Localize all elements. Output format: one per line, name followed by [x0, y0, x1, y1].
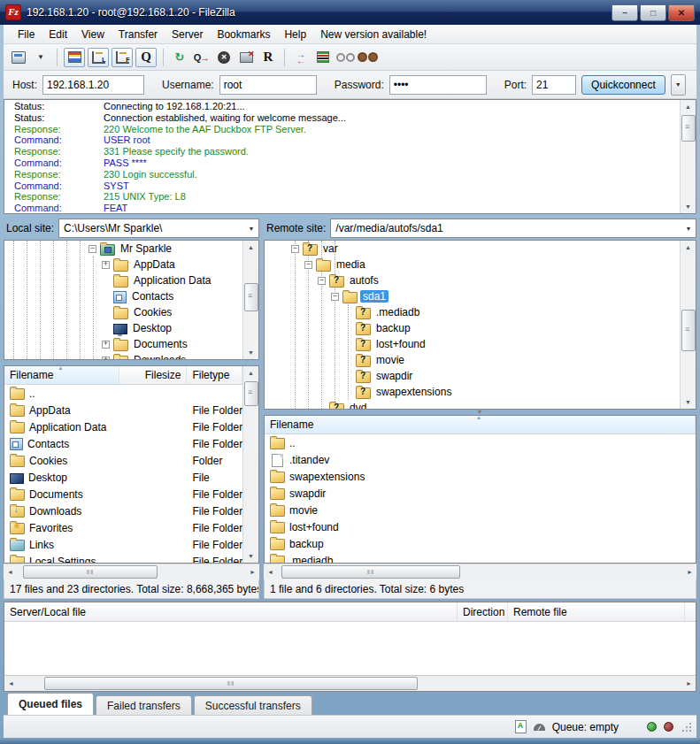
- reconnect-icon[interactable]: R: [258, 49, 278, 66]
- remote-tree-scrollbar[interactable]: ▲ ▼: [680, 241, 696, 409]
- scroll-thumb[interactable]: [244, 381, 258, 406]
- tree-item-downloads[interactable]: +Downloads: [4, 352, 242, 359]
- scroll-down-icon[interactable]: ▼: [681, 395, 696, 409]
- file-row-backup[interactable]: backup: [265, 535, 696, 552]
- file-row-links[interactable]: LinksFile Folder: [4, 536, 242, 553]
- file-row-swapdir[interactable]: swapdir: [265, 485, 696, 502]
- menu-item-server[interactable]: Server: [165, 27, 210, 42]
- menu-item-file[interactable]: File: [11, 27, 42, 42]
- expand-icon[interactable]: +: [102, 341, 110, 349]
- collapse-icon[interactable]: −: [318, 277, 326, 285]
- menu-item-bookmarks[interactable]: Bookmarks: [210, 27, 277, 42]
- scroll-down-icon[interactable]: ▼: [243, 549, 258, 563]
- file-row-lost-found[interactable]: lost+found: [265, 518, 696, 535]
- site-manager-dropdown-icon[interactable]: ▼: [31, 49, 50, 66]
- minimize-button[interactable]: –: [612, 4, 638, 21]
- collapse-icon[interactable]: −: [304, 261, 312, 269]
- tab-failed-transfers[interactable]: Failed transfers: [96, 695, 192, 715]
- refresh-icon[interactable]: ↻: [170, 49, 189, 66]
- maximize-button[interactable]: □: [640, 4, 666, 21]
- collapse-icon[interactable]: −: [291, 245, 299, 253]
- local-column-header-filesize[interactable]: Filesize: [119, 366, 187, 384]
- remote-site-combobox[interactable]: /var/media/autofs/sda1 ▼: [330, 219, 696, 238]
- scroll-thumb[interactable]: [23, 565, 158, 579]
- local-splitter[interactable]: [4, 360, 259, 365]
- menu-item-transfer[interactable]: Transfer: [112, 27, 165, 42]
- remote-column-header-filename[interactable]: Filename▲: [265, 416, 696, 433]
- file-row-application-data[interactable]: Application DataFile Folder: [4, 418, 242, 435]
- local-column-header-filetype[interactable]: Filetype: [187, 366, 242, 384]
- quickconnect-button[interactable]: Quickconnect: [581, 75, 665, 95]
- file-row-documents[interactable]: DocumentsFile Folder: [4, 486, 242, 502]
- local-list-scrollbar[interactable]: ▲ ▼: [242, 366, 258, 563]
- file-row--titandev[interactable]: .titandev: [265, 451, 696, 468]
- password-input[interactable]: [389, 75, 487, 95]
- chevron-down-icon[interactable]: ▼: [244, 219, 258, 237]
- message-log-scrollbar[interactable]: ▲ ▼: [680, 100, 696, 213]
- scroll-thumb[interactable]: [244, 283, 258, 311]
- file-row-downloads[interactable]: DownloadsFile Folder: [4, 502, 242, 519]
- scroll-left-icon[interactable]: ◄: [4, 564, 17, 579]
- collapse-icon[interactable]: −: [331, 293, 339, 301]
- username-input[interactable]: [219, 75, 317, 95]
- toggle-remote-tree-icon[interactable]: [112, 48, 133, 67]
- tree-item-appdata[interactable]: +AppData: [4, 257, 242, 272]
- tree-item-dvd[interactable]: dvd: [265, 400, 680, 409]
- tree-item--mediadb[interactable]: .mediadb: [265, 304, 680, 320]
- collapse-icon[interactable]: −: [88, 245, 96, 253]
- find-files-icon[interactable]: [358, 49, 377, 66]
- local-site-combobox[interactable]: C:\Users\Mr Sparkle\ ▼: [58, 219, 259, 238]
- expand-icon[interactable]: +: [102, 357, 110, 360]
- tree-item-autofs[interactable]: −autofs: [265, 272, 680, 288]
- file-row--[interactable]: ..: [4, 385, 242, 402]
- tree-item-swapdir[interactable]: swapdir: [265, 368, 680, 384]
- file-row-desktop[interactable]: DesktopFile: [4, 469, 242, 486]
- tree-item-var[interactable]: −var: [265, 241, 680, 257]
- scroll-right-icon[interactable]: ►: [246, 564, 259, 579]
- resize-grip[interactable]: [682, 722, 693, 732]
- file-row-movie[interactable]: movie: [265, 502, 696, 518]
- filter-icon[interactable]: [313, 49, 333, 66]
- port-input[interactable]: [532, 75, 576, 95]
- tree-item-lost-found[interactable]: lost+found: [265, 336, 680, 352]
- tree-item-desktop[interactable]: Desktop: [4, 320, 242, 336]
- cancel-icon[interactable]: ✕: [214, 49, 234, 66]
- tree-item-media[interactable]: −media: [265, 257, 680, 272]
- file-row-contacts[interactable]: ContactsFile Folder: [4, 435, 242, 452]
- chevron-down-icon[interactable]: ▼: [681, 219, 696, 237]
- scroll-down-icon[interactable]: ▼: [681, 200, 696, 213]
- menu-item-edit[interactable]: Edit: [42, 27, 74, 42]
- scroll-left-icon[interactable]: ◄: [264, 564, 277, 579]
- menu-item-new-version-available[interactable]: New version available!: [313, 27, 434, 42]
- synchronized-browsing-icon[interactable]: [335, 49, 355, 66]
- scroll-up-icon[interactable]: ▲: [681, 100, 696, 113]
- queue-column-header-remote-file[interactable]: Remote file: [508, 602, 685, 621]
- scroll-right-icon[interactable]: ►: [682, 676, 696, 691]
- scroll-thumb[interactable]: [281, 565, 460, 579]
- scroll-up-icon[interactable]: ▲: [243, 241, 258, 254]
- tree-item-mr-sparkle[interactable]: −Mr Sparkle: [4, 241, 242, 257]
- local-tree-scrollbar[interactable]: ▲ ▼: [242, 241, 258, 359]
- file-row-favorites[interactable]: FavoritesFile Folder: [4, 519, 242, 536]
- tree-item-documents[interactable]: +Documents: [4, 336, 242, 352]
- tree-item-application-data[interactable]: Application Data: [4, 272, 242, 288]
- scroll-left-icon[interactable]: ◄: [4, 676, 18, 691]
- scroll-thumb[interactable]: [681, 310, 696, 351]
- host-input[interactable]: [42, 75, 144, 95]
- file-row--[interactable]: ..: [265, 434, 696, 451]
- disconnect-icon[interactable]: [236, 49, 256, 66]
- file-row-cookies[interactable]: CookiesFolder: [4, 452, 242, 469]
- menu-item-view[interactable]: View: [74, 27, 112, 42]
- scroll-down-icon[interactable]: ▼: [243, 346, 258, 359]
- tree-item-cookies[interactable]: Cookies: [4, 304, 242, 320]
- local-column-header-filename[interactable]: Filename▲: [4, 366, 119, 384]
- file-row--mediadb[interactable]: .mediadb: [265, 552, 696, 563]
- scroll-right-icon[interactable]: ►: [683, 564, 696, 579]
- scroll-thumb[interactable]: [681, 115, 696, 142]
- queue-column-header-server-local-file[interactable]: Server/Local file: [4, 602, 458, 621]
- scroll-thumb[interactable]: [44, 677, 418, 690]
- site-manager-icon[interactable]: [9, 49, 28, 66]
- scroll-up-icon[interactable]: ▲: [681, 241, 696, 254]
- toggle-message-log-icon[interactable]: [64, 48, 85, 67]
- tree-item-backup[interactable]: backup: [265, 320, 680, 336]
